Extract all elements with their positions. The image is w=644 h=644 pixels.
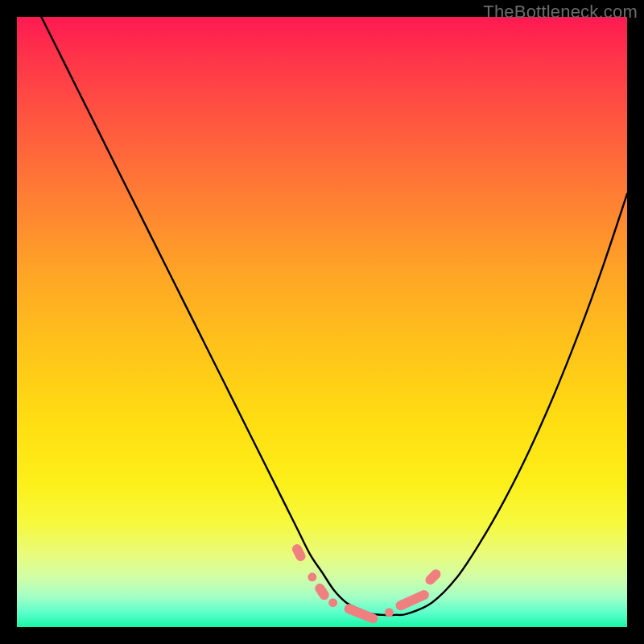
curve-marker bbox=[308, 572, 316, 581]
curve-marker bbox=[328, 598, 337, 607]
curve-marker bbox=[313, 582, 331, 602]
curve-markers bbox=[291, 543, 443, 625]
curve-marker bbox=[394, 588, 431, 612]
chart-frame: TheBottleneck.com bbox=[0, 0, 644, 644]
bottleneck-curve bbox=[41, 17, 627, 615]
curve-layer bbox=[17, 17, 627, 627]
watermark-text: TheBottleneck.com bbox=[483, 2, 638, 23]
curve-marker bbox=[343, 603, 379, 625]
plot-area bbox=[17, 17, 627, 627]
curve-marker bbox=[423, 568, 443, 587]
curve-marker bbox=[385, 608, 394, 617]
